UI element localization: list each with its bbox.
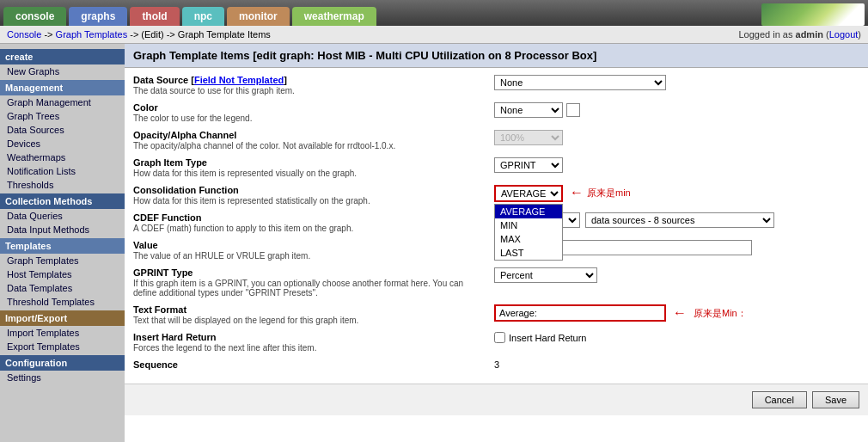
- nav-tab-monitor[interactable]: monitor: [227, 7, 290, 26]
- sidebar-item-data-queries[interactable]: Data Queries: [0, 209, 125, 223]
- sidebar-item-new-graphs[interactable]: New Graphs: [0, 64, 125, 78]
- sidebar-item-import-templates[interactable]: Import Templates: [0, 326, 125, 340]
- login-status: Logged in as admin (Logout): [738, 29, 861, 40]
- page-title: Graph Template Items: [133, 49, 250, 62]
- value-label: Value: [133, 240, 486, 250]
- insert-hard-return-label-col: Insert Hard Return Forces the legend to …: [133, 332, 494, 353]
- graph-item-type-label: Graph Item Type: [133, 157, 486, 168]
- gprint-type-select[interactable]: Percent: [494, 267, 597, 283]
- text-format-arrow: ←: [673, 305, 687, 321]
- cdef-sublabel: A CDEF (math) function to apply to this …: [133, 224, 486, 233]
- sidebar-item-notification-lists[interactable]: Notification Lists: [0, 164, 125, 178]
- top-nav: console graphs thold npc monitor weather…: [0, 0, 868, 26]
- sidebar-item-weathermaps[interactable]: Weathermaps: [0, 150, 125, 164]
- color-control: None: [494, 102, 859, 118]
- consolidation-dropdown: AVERAGE MIN MAX LAST: [494, 204, 563, 261]
- sidebar-item-data-input-methods[interactable]: Data Input Methods: [0, 223, 125, 236]
- data-source-label: Data Source [Field Not Templated]: [133, 75, 486, 85]
- graph-item-type-control: GPRINT: [494, 157, 859, 173]
- edit-label: [edit graph: Host MIB - Multi CPU Utiliz…: [253, 49, 596, 62]
- text-format-sublabel: Text that will be displayed on the legen…: [133, 316, 486, 325]
- nav-tab-npc[interactable]: npc: [182, 7, 224, 26]
- opacity-label-col: Opacity/Alpha Channel The opacity/alpha …: [133, 130, 494, 150]
- opacity-control: 100%: [494, 130, 859, 145]
- cdef-label: CDEF Function: [133, 212, 486, 223]
- sequence-row: Sequence 3: [133, 359, 859, 370]
- sidebar-item-graph-trees[interactable]: Graph Trees: [0, 109, 125, 123]
- data-source-row: Data Source [Field Not Templated] The da…: [133, 75, 859, 95]
- value-sublabel: The value of an HRULE or VRULE graph ite…: [133, 251, 486, 261]
- data-source-link[interactable]: Field Not Templated: [194, 75, 284, 85]
- graph-item-type-row: Graph Item Type How data for this item i…: [133, 157, 859, 178]
- consolidation-annotation-text: 原来是min: [587, 187, 631, 200]
- nav-tab-thold[interactable]: thold: [130, 7, 179, 26]
- dropdown-option-last[interactable]: LAST: [495, 246, 562, 260]
- opacity-sublabel: The opacity/alpha channel of the color. …: [133, 141, 486, 150]
- sidebar: create New Graphs Management Graph Manag…: [0, 44, 125, 442]
- gprint-type-row: GPRINT Type If this graph item is a GPRI…: [133, 267, 859, 298]
- save-button[interactable]: Save: [812, 391, 859, 408]
- sidebar-item-graph-templates[interactable]: Graph Templates: [0, 254, 125, 267]
- color-label: Color: [133, 102, 486, 113]
- sidebar-item-devices[interactable]: Devices: [0, 137, 125, 150]
- annotation-arrow-left: ←: [570, 185, 584, 200]
- color-swatch: [566, 103, 580, 117]
- cdef-select-right[interactable]: data sources - 8 sources: [585, 212, 774, 228]
- color-label-col: Color The color to use for the legend.: [133, 102, 494, 123]
- insert-hard-return-label: Insert Hard Return: [133, 332, 486, 342]
- sequence-label-col: Sequence: [133, 359, 494, 370]
- sidebar-item-settings[interactable]: Settings: [0, 371, 125, 384]
- insert-hard-return-checkbox-label: Insert Hard Return: [509, 333, 586, 343]
- sequence-label: Sequence: [133, 359, 486, 370]
- form-area: Data Source [Field Not Templated] The da…: [125, 68, 868, 384]
- text-format-input[interactable]: [494, 304, 666, 322]
- opacity-row: Opacity/Alpha Channel The opacity/alpha …: [133, 130, 859, 150]
- sequence-value: 3: [494, 359, 499, 370]
- nav-tab-graphs[interactable]: graphs: [69, 7, 127, 26]
- sidebar-item-host-templates[interactable]: Host Templates: [0, 267, 125, 281]
- breadcrumb-console[interactable]: Console: [7, 29, 41, 40]
- sidebar-item-data-sources[interactable]: Data Sources: [0, 123, 125, 137]
- site-logo: [761, 3, 865, 26]
- content-header: Graph Template Items [edit graph: Host M…: [125, 44, 868, 68]
- consolidation-sublabel: How data for this item is represented st…: [133, 196, 486, 206]
- value-label-col: Value The value of an HRULE or VRULE gra…: [133, 240, 494, 261]
- nav-tab-weathermap[interactable]: weathermap: [292, 7, 376, 26]
- color-sublabel: The color to use for the legend.: [133, 114, 486, 123]
- sidebar-configuration-header: Configuration: [0, 355, 125, 371]
- color-select[interactable]: None: [494, 102, 563, 118]
- text-format-label-col: Text Format Text that will be displayed …: [133, 304, 494, 325]
- sidebar-item-threshold-templates[interactable]: Threshold Templates: [0, 295, 125, 309]
- cancel-button[interactable]: Cancel: [752, 391, 807, 408]
- sidebar-create-header: create: [0, 49, 125, 64]
- logout-link[interactable]: Logout: [829, 29, 859, 40]
- data-source-label-col: Data Source [Field Not Templated] The da…: [133, 75, 494, 95]
- data-source-select[interactable]: None: [494, 75, 666, 90]
- sidebar-item-graph-management[interactable]: Graph Management: [0, 95, 125, 109]
- nav-tab-console[interactable]: console: [3, 7, 66, 26]
- dropdown-option-min[interactable]: MIN: [495, 218, 562, 232]
- sidebar-item-export-templates[interactable]: Export Templates: [0, 340, 125, 353]
- dropdown-option-average[interactable]: AVERAGE: [495, 205, 562, 218]
- dropdown-option-max[interactable]: MAX: [495, 232, 562, 246]
- opacity-select[interactable]: 100%: [494, 130, 563, 145]
- gprint-type-label: GPRINT Type: [133, 267, 486, 278]
- insert-hard-return-control: Insert Hard Return: [494, 332, 859, 343]
- sidebar-item-data-templates[interactable]: Data Templates: [0, 281, 125, 295]
- graph-item-type-select[interactable]: GPRINT: [494, 157, 563, 173]
- consolidation-select[interactable]: AVERAGE: [494, 185, 563, 202]
- text-format-control: ← 原来是Min：: [494, 304, 859, 322]
- breadcrumb-current: Graph Template Items: [178, 29, 271, 40]
- consolidation-annotation: ← 原来是min: [570, 185, 631, 200]
- footer-buttons: Cancel Save: [125, 384, 868, 415]
- graph-item-type-label-col: Graph Item Type How data for this item i…: [133, 157, 494, 178]
- sidebar-item-thresholds[interactable]: Thresholds: [0, 178, 125, 192]
- consolidation-label: Consolidation Function: [133, 185, 486, 195]
- gprint-type-control: Percent: [494, 267, 859, 283]
- breadcrumb-graph-templates[interactable]: Graph Templates: [56, 29, 128, 40]
- breadcrumb-sep2: -> (Edit) ->: [130, 29, 178, 40]
- breadcrumb-sep1: ->: [44, 29, 55, 40]
- sidebar-collection-header: Collection Methods: [0, 193, 125, 209]
- insert-hard-return-checkbox[interactable]: [494, 332, 505, 343]
- graph-item-type-sublabel: How data for this item is represented vi…: [133, 169, 486, 178]
